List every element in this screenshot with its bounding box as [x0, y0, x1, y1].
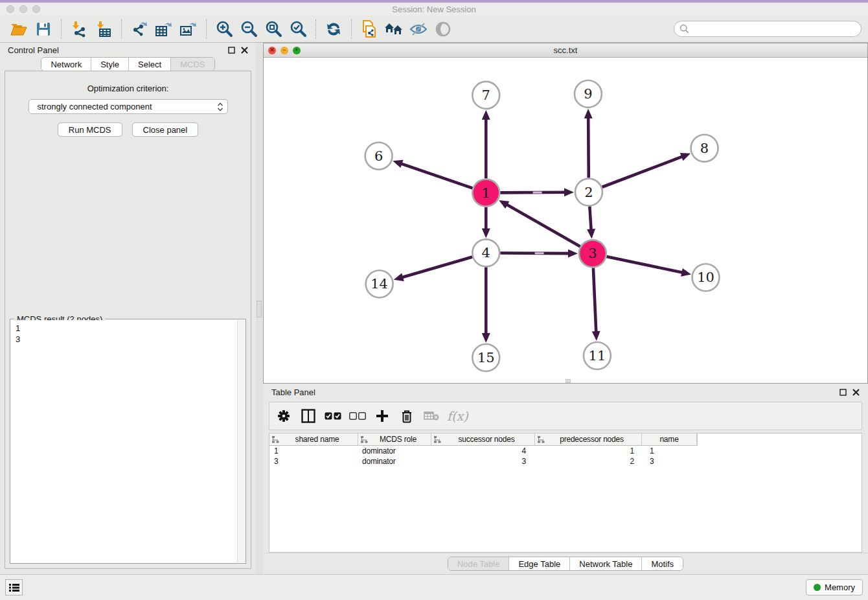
- import-network-button[interactable]: [69, 19, 89, 40]
- run-mcds-button[interactable]: Run MCDS: [58, 122, 122, 137]
- zoom-in-button[interactable]: [214, 19, 234, 40]
- graph-edge-3-11[interactable]: [593, 268, 596, 332]
- control-panel: Control Panel NetworkStyleSelectMCDS Opt…: [0, 43, 256, 574]
- delete-table-button: [422, 407, 440, 425]
- network-minimize-button[interactable]: −: [280, 47, 288, 54]
- control-panel-tabs: NetworkStyleSelectMCDS: [41, 57, 214, 71]
- tab-node-table[interactable]: Node Table: [448, 557, 510, 570]
- graph-edge-3-10[interactable]: [606, 257, 683, 273]
- preview-button[interactable]: [433, 19, 453, 40]
- search-icon: [680, 24, 689, 34]
- hide-selected-button[interactable]: [408, 19, 429, 40]
- deselect-all-button[interactable]: [348, 407, 367, 425]
- export-network-button[interactable]: [129, 19, 150, 40]
- table-cell: 3: [642, 456, 697, 467]
- splitter-grip[interactable]: [257, 301, 262, 317]
- save-session-button[interactable]: [33, 19, 54, 40]
- network-window-titlebar: ✕ − + scc.txt: [264, 43, 867, 58]
- memory-label: Memory: [825, 583, 855, 592]
- edge-arrowhead: [482, 229, 490, 238]
- table-row[interactable]: 3dominator323: [269, 456, 862, 467]
- table-row[interactable]: 1dominator411: [269, 446, 862, 456]
- column-header-predecessor-nodes[interactable]: predecessor nodes: [535, 433, 642, 445]
- export-table-button[interactable]: [154, 19, 174, 40]
- node-table: shared nameMCDS rolesuccessor nodesprede…: [269, 433, 862, 553]
- export-image-button[interactable]: [178, 19, 199, 40]
- tab-motifs[interactable]: Motifs: [642, 557, 683, 570]
- table-body: 1dominator4113dominator323: [269, 446, 862, 467]
- status-bar: Memory: [0, 574, 868, 600]
- open-session-button[interactable]: [8, 19, 29, 40]
- canvas-splitter-grip[interactable]: [565, 379, 571, 383]
- right-column: ✕ − + scc.txt 7968124314101511 Table Pan…: [263, 43, 868, 574]
- node-label: 6: [374, 148, 383, 164]
- main-area: Control Panel NetworkStyleSelectMCDS Opt…: [0, 43, 868, 574]
- tab-network[interactable]: Network: [41, 58, 91, 71]
- edge-arrowhead: [393, 160, 403, 168]
- task-history-button[interactable]: [5, 579, 23, 595]
- graph-edge-4-14[interactable]: [402, 257, 472, 278]
- search-container: [674, 21, 862, 37]
- graph-edge-1-6[interactable]: [401, 163, 473, 188]
- tab-edge-table[interactable]: Edge Table: [509, 557, 570, 570]
- titlebar: Session: New Session: [0, 3, 868, 16]
- open-folder-icon: [10, 22, 27, 36]
- checked-boxes-icon: [325, 412, 341, 420]
- close-panel-button[interactable]: Close panel: [132, 122, 199, 137]
- tab-mcds[interactable]: MCDS: [171, 58, 214, 71]
- add-column-button[interactable]: [373, 407, 391, 425]
- graph-edge-2-3[interactable]: [589, 207, 591, 231]
- close-panel-icon[interactable]: [241, 47, 248, 54]
- select-all-button[interactable]: [324, 407, 342, 425]
- table-cell: 1: [642, 446, 697, 456]
- table-cell: 2: [535, 456, 642, 467]
- tab-network-table[interactable]: Network Table: [570, 557, 642, 570]
- window-title: Session: New Session: [0, 5, 868, 14]
- float-panel-icon[interactable]: [228, 47, 235, 54]
- table-settings-button[interactable]: [275, 407, 293, 425]
- tab-style[interactable]: Style: [91, 58, 129, 71]
- trash-icon: [401, 410, 413, 423]
- mcds-result-scrollbar[interactable]: [237, 320, 245, 562]
- memory-button[interactable]: Memory: [806, 579, 863, 595]
- zoom-fit-icon: [264, 20, 282, 38]
- column-header-name[interactable]: name: [642, 433, 697, 445]
- zoom-fit-button[interactable]: [263, 19, 284, 40]
- network-window: ✕ − + scc.txt 7968124314101511: [263, 43, 868, 384]
- table-header-row: shared nameMCDS rolesuccessor nodesprede…: [269, 433, 697, 446]
- column-header-shared-name[interactable]: shared name: [269, 433, 358, 445]
- network-close-button[interactable]: ✕: [268, 47, 276, 54]
- zoom-in-icon: [215, 20, 233, 38]
- node-label: 3: [588, 246, 597, 261]
- graph-edge-2-8[interactable]: [602, 157, 683, 187]
- delete-column-button[interactable]: [398, 407, 416, 425]
- import-table-icon: [95, 21, 112, 38]
- column-header-successor-nodes[interactable]: successor nodes: [431, 433, 535, 445]
- optimization-criterion-select[interactable]: strongly connected component: [29, 99, 228, 114]
- edge-arrowhead: [592, 331, 600, 341]
- attribute-tree-icon: [434, 436, 441, 443]
- attribute-tree-icon: [361, 436, 368, 443]
- export-table-icon: [155, 21, 173, 38]
- column-visibility-button[interactable]: [299, 407, 317, 425]
- clone-network-button[interactable]: [359, 19, 380, 40]
- houses-icon: [384, 22, 404, 36]
- tab-select[interactable]: Select: [129, 58, 171, 71]
- close-table-panel-icon[interactable]: [852, 389, 860, 396]
- network-canvas[interactable]: 7968124314101511: [264, 58, 867, 383]
- panel-splitter[interactable]: [256, 43, 263, 574]
- column-header-MCDS-role[interactable]: MCDS role: [358, 433, 431, 445]
- network-maximize-button[interactable]: +: [293, 47, 301, 54]
- float-table-panel-icon[interactable]: [839, 389, 847, 396]
- zoom-selected-button[interactable]: [288, 19, 308, 40]
- fx-icon: f(x): [447, 409, 468, 423]
- import-table-button[interactable]: [93, 19, 114, 40]
- search-input[interactable]: [674, 21, 862, 37]
- graph-edge-2-9[interactable]: [588, 117, 589, 178]
- mcds-result-list[interactable]: 1 3: [11, 320, 237, 562]
- show-all-button[interactable]: [383, 19, 404, 40]
- graph-edge-3-1[interactable]: [506, 204, 580, 246]
- zoom-out-button[interactable]: [238, 19, 259, 40]
- toolbar-separator: [315, 19, 316, 39]
- apply-layout-button[interactable]: [323, 19, 344, 40]
